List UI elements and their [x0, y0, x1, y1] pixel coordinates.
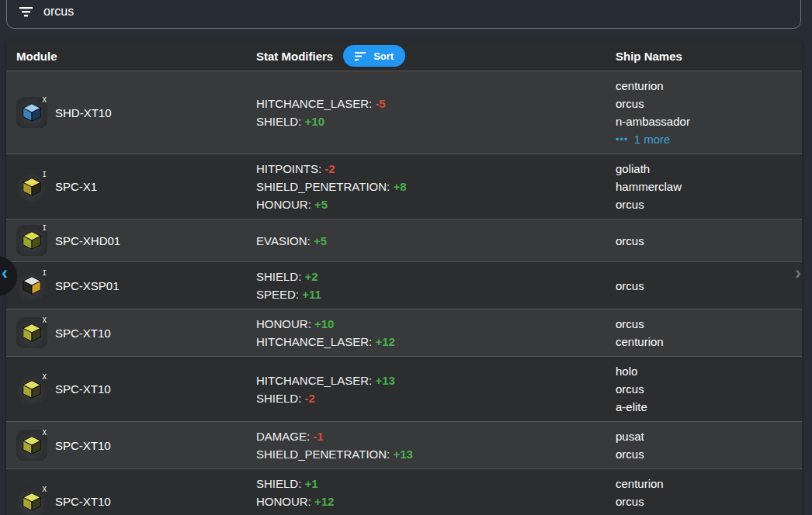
ship-names-cell: orcus — [616, 277, 802, 295]
table-body: XSHD-XT10HITCHANCE_LASER: -5SHIELD: +10c… — [6, 71, 802, 515]
module-cell: XSHD-XT10 — [6, 97, 256, 128]
ship-names-cell: centurionorcuspiranha — [616, 475, 802, 515]
stat-modifiers-cell: DAMAGE: -1SHIELD_PENETRATION: +13 — [256, 427, 616, 463]
column-header-ship-names: Ship Names — [616, 50, 802, 63]
stat-value: -2 — [305, 392, 315, 405]
stat-value: -2 — [324, 162, 335, 175]
stat-value: -5 — [375, 97, 385, 110]
stat-line: HITCHANCE_LASER: +13 — [256, 372, 616, 389]
module-cell: XSPC-XT10 — [6, 317, 256, 348]
stat-value: +13 — [393, 448, 412, 461]
stat-value: +10 — [305, 115, 324, 128]
table-row: ISPC-X1HITPOINTS: -2SHIELD_PENETRATION: … — [6, 154, 802, 219]
module-cell: ISPC-XSP01 — [6, 270, 256, 301]
stat-name: EVASION: — [256, 234, 314, 247]
stat-name: HITCHANCE_LASER: — [256, 374, 375, 387]
ship-names-cell: goliathhammerclaworcus — [616, 160, 802, 213]
ship-names-cell: orcus — [616, 232, 802, 250]
stat-line: HITPOINTS: -2 — [256, 160, 616, 178]
stat-modifiers-cell: EVASION: +5 — [256, 232, 616, 250]
ship-names-cell: orcuscenturion — [616, 315, 802, 351]
module-name: SPC-XSP01 — [55, 279, 120, 292]
table-row: ISPC-XHD01EVASION: +5orcus — [6, 219, 802, 262]
ship-name: centurion — [616, 475, 802, 493]
module-name: SPC-XT10 — [55, 439, 111, 452]
stat-line: HONOUR: +10 — [256, 315, 616, 333]
stat-modifiers-cell: HITCHANCE_LASER: -5SHIELD: +10 — [256, 95, 616, 130]
ship-name: orcus — [616, 232, 802, 250]
chevron-left-icon[interactable]: ‹ — [2, 264, 8, 282]
table-row: XSPC-XT10DAMAGE: -1SHIELD_PENETRATION: +… — [6, 422, 802, 469]
module-icon: I — [16, 171, 47, 202]
ship-name: orcus — [616, 195, 802, 213]
stat-value: -1 — [313, 430, 323, 443]
stat-value: +5 — [314, 198, 328, 211]
stat-name: HONOUR: — [256, 495, 314, 508]
stat-name: HONOUR: — [256, 317, 314, 330]
tier-badge: X — [43, 317, 47, 324]
ship-name: orcus — [616, 315, 802, 333]
stat-name: HONOUR: — [256, 198, 314, 211]
stat-line: EVASION: +5 — [256, 232, 616, 250]
stat-line: HONOUR: +12 — [256, 493, 616, 510]
stat-name: SPEED: — [256, 288, 302, 301]
stat-name: SHIELD: — [256, 392, 305, 405]
sort-button[interactable]: Sort — [343, 45, 405, 67]
stat-name: HITPOINTS: — [256, 162, 324, 175]
module-cell: XSPC-XT10 — [6, 430, 256, 461]
column-header-stat-modifiers: Stat Modifiers — [256, 50, 333, 63]
ship-name: piranha — [616, 510, 802, 515]
stat-name: SHIELD: — [256, 270, 305, 283]
ellipsis-icon: ••• — [616, 130, 629, 148]
stat-value: +5 — [314, 234, 327, 247]
ship-name: pusat — [616, 427, 802, 445]
ship-names-cell: centurionorcusn-ambassador•••1 more — [616, 77, 802, 148]
table-row: XSPC-XT10HONOUR: +10HITCHANCE_LASER: +12… — [6, 309, 802, 357]
stat-modifiers-cell: HONOUR: +10HITCHANCE_LASER: +12 — [256, 315, 616, 351]
table-row: ISPC-XSP01SHIELD: +2SPEED: +11orcus — [6, 262, 802, 309]
module-icon: X — [16, 374, 47, 405]
module-icon: X — [16, 317, 47, 348]
filter-input[interactable] — [43, 5, 788, 19]
tier-badge: I — [43, 171, 47, 178]
stat-line: HONOUR: +5 — [256, 195, 616, 213]
stat-name: HITCHANCE_LASER: — [256, 97, 375, 110]
stat-value: +13 — [375, 374, 394, 387]
stat-name: SHIELD: — [256, 115, 305, 128]
table-header: Module Stat Modifiers Sort Ship Names — [6, 41, 802, 71]
ship-name: holo — [616, 362, 802, 380]
stat-line: SHIELD: +1 — [256, 475, 616, 493]
stat-name: SHIELD_PENETRATION: — [256, 180, 393, 193]
stat-line: SHIELD: -2 — [256, 389, 616, 407]
tier-badge: I — [43, 270, 47, 277]
stat-value: +12 — [375, 335, 394, 348]
more-ships-label: 1 more — [634, 130, 671, 148]
stat-line: SHIELD_PENETRATION: +13 — [256, 445, 616, 463]
ship-name: a-elite — [616, 398, 802, 416]
stat-value: +1 — [305, 477, 318, 490]
modules-table: Module Stat Modifiers Sort Ship Names XS… — [6, 41, 802, 515]
stat-line: SHIELD_PENETRATION: +8 — [256, 178, 616, 195]
module-name: SPC-XT10 — [55, 327, 111, 340]
stat-value: +8 — [393, 180, 406, 193]
tier-badge: I — [43, 225, 47, 232]
stat-line: HITCHANCE_LASER: -5 — [256, 95, 616, 112]
ship-name: centurion — [616, 77, 802, 95]
tier-badge: X — [43, 97, 47, 104]
tier-badge: X — [43, 430, 47, 437]
table-row: XSPC-XT10HITCHANCE_LASER: +13SHIELD: -2h… — [6, 357, 802, 422]
filter-field[interactable]: Filter — [6, 0, 801, 29]
more-ships-link[interactable]: •••1 more — [616, 130, 802, 148]
ship-name: centurion — [616, 333, 802, 351]
ship-name: orcus — [616, 380, 802, 398]
filter-label: Filter — [18, 0, 45, 2]
chevron-right-icon[interactable]: › — [795, 264, 801, 282]
ship-name: orcus — [616, 277, 802, 295]
module-cell: ISPC-X1 — [6, 171, 256, 202]
stat-value: +12 — [314, 495, 334, 508]
module-name: SPC-XT10 — [55, 382, 111, 396]
stat-modifiers-cell: SHIELD: +1HONOUR: +12HITCHANCE_ROCKET: +… — [256, 475, 616, 515]
module-name: SPC-X1 — [55, 180, 97, 193]
table-row: XSPC-XT10SHIELD: +1HONOUR: +12HITCHANCE_… — [6, 469, 802, 515]
ship-name: orcus — [616, 445, 802, 463]
